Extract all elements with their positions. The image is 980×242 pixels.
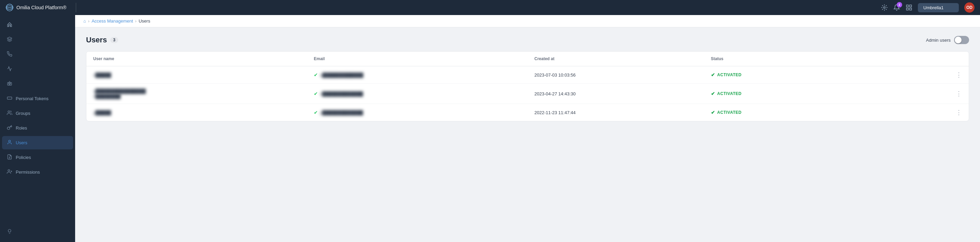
sidebar-item-label-users: Users xyxy=(16,140,27,145)
status-badge-1: ✔ ACTIVATED xyxy=(711,72,742,78)
admin-users-toggle[interactable] xyxy=(954,36,969,44)
cell-action-2: ⋮ xyxy=(881,84,969,104)
svg-rect-8 xyxy=(8,25,12,27)
phone-icon xyxy=(6,51,13,58)
sidebar-item-home[interactable] xyxy=(2,18,73,32)
email-blurred-2: v█████████████ xyxy=(320,91,363,96)
email-blurred-3: y█████████████ xyxy=(320,110,363,115)
users-table-container: User name Email Created at Status c█████ xyxy=(86,51,969,121)
policies-icon xyxy=(6,154,13,161)
row-menu-btn-3[interactable]: ⋮ xyxy=(888,109,962,116)
breadcrumb-access-management[interactable]: Access Management xyxy=(92,18,133,24)
table-row: c█████ ✔ q█████████████ 2023-07-03 10:03… xyxy=(86,66,969,84)
username-blurred-2b: c████████ xyxy=(93,94,300,99)
breadcrumb-current: Users xyxy=(138,18,150,24)
verified-icon-3: ✔ xyxy=(314,110,318,115)
page-content: Users 3 Admin users User name Email Crea… xyxy=(75,27,980,242)
cell-email-3: ✔ y█████████████ xyxy=(307,104,528,121)
svg-point-11 xyxy=(10,83,11,84)
sidebar-item-label-roles: Roles xyxy=(16,125,27,131)
notifications-icon-btn[interactable]: 2 xyxy=(893,4,900,11)
home-icon xyxy=(6,22,13,28)
svg-rect-12 xyxy=(7,97,12,99)
users-table: User name Email Created at Status c█████ xyxy=(86,51,969,121)
sidebar-item-groups[interactable]: Groups xyxy=(2,107,73,120)
status-activated-icon-1: ✔ xyxy=(711,72,715,78)
breadcrumb-sep-1: › xyxy=(88,18,89,24)
topnav-actions: 2 Umbrella1 OD xyxy=(881,2,975,13)
svg-point-13 xyxy=(8,111,10,112)
cell-status-3: ✔ ACTIVATED xyxy=(704,104,881,121)
user-avatar[interactable]: OD xyxy=(964,2,975,13)
token-icon xyxy=(6,95,13,102)
verified-icon-2: ✔ xyxy=(314,91,318,96)
sidebar-item-permissions[interactable]: Permissions xyxy=(2,165,73,179)
sidebar-item-label-groups: Groups xyxy=(16,111,30,116)
sidebar-item-personal-tokens[interactable]: Personal Tokens xyxy=(2,92,73,105)
col-header-status: Status xyxy=(704,51,881,66)
cell-action-1: ⋮ xyxy=(881,66,969,84)
stack-icon xyxy=(6,37,13,43)
sidebar-item-users[interactable]: Users xyxy=(2,136,73,149)
sidebar-item-label-permissions: Permissions xyxy=(16,170,40,175)
admin-users-label: Admin users xyxy=(926,38,951,43)
sidebar: Personal Tokens Groups Roles xyxy=(0,15,75,242)
status-badge-3: ✔ ACTIVATED xyxy=(711,110,742,115)
cell-created-2: 2023-04-27 14:43:30 xyxy=(528,84,704,104)
topnav: Omilia Cloud Platform® 2 Umbrella1 xyxy=(0,0,980,15)
svg-rect-7 xyxy=(910,8,912,10)
cell-created-3: 2022-11-23 11:47:44 xyxy=(528,104,704,121)
table-row: y█████ ✔ y█████████████ 2022-11-23 11:47… xyxy=(86,104,969,121)
sidebar-item-roles[interactable]: Roles xyxy=(2,121,73,135)
page-count-badge: 3 xyxy=(110,37,118,43)
page-title: Users xyxy=(86,35,107,45)
breadcrumb: ⌂ › Access Management › Users xyxy=(75,15,980,27)
status-activated-icon-3: ✔ xyxy=(711,110,715,115)
col-header-username: User name xyxy=(86,51,307,66)
username-blurred-1: c█████ xyxy=(93,72,111,78)
sidebar-item-policies[interactable]: Policies xyxy=(2,151,73,164)
notification-badge: 2 xyxy=(897,2,902,8)
breadcrumb-sep-2: › xyxy=(135,18,137,24)
settings-icon-btn[interactable] xyxy=(881,4,888,11)
svg-point-17 xyxy=(8,170,10,171)
cell-email-1: ✔ q█████████████ xyxy=(307,66,528,84)
analytics-icon xyxy=(6,66,13,72)
col-header-action xyxy=(881,51,969,66)
cell-action-3: ⋮ xyxy=(881,104,969,121)
workspace-selector[interactable]: Umbrella1 xyxy=(918,3,959,12)
sidebar-item-phone[interactable] xyxy=(2,48,73,61)
cell-created-1: 2023-07-03 10:03:56 xyxy=(528,66,704,84)
groups-icon xyxy=(6,110,13,117)
username-blurred-3: y█████ xyxy=(93,110,111,115)
sidebar-item-bot[interactable] xyxy=(2,77,73,91)
brand-logo xyxy=(5,3,14,11)
status-badge-2: ✔ ACTIVATED xyxy=(711,91,742,96)
dashboard-icon-btn[interactable] xyxy=(905,4,912,11)
sidebar-item-bulb[interactable] xyxy=(2,225,73,239)
cell-username-3: y█████ xyxy=(86,104,307,121)
cell-email-2: ✔ v█████████████ xyxy=(307,84,528,104)
cell-username-2: s████████████████ c████████ xyxy=(86,84,307,104)
permissions-icon xyxy=(6,169,13,175)
sidebar-item-stack[interactable] xyxy=(2,33,73,46)
row-menu-btn-2[interactable]: ⋮ xyxy=(888,90,962,98)
email-blurred-1: q█████████████ xyxy=(320,72,363,78)
sidebar-item-analytics[interactable] xyxy=(2,63,73,76)
col-header-email: Email xyxy=(307,51,528,66)
svg-point-10 xyxy=(8,83,9,84)
row-menu-btn-1[interactable]: ⋮ xyxy=(888,71,962,79)
breadcrumb-home[interactable]: ⌂ xyxy=(83,18,86,24)
col-header-created: Created at xyxy=(528,51,704,66)
svg-rect-5 xyxy=(910,5,912,7)
bot-icon xyxy=(6,81,13,87)
username-blurred-2: s████████████████ xyxy=(93,88,300,94)
main-layout: Personal Tokens Groups Roles xyxy=(0,15,980,242)
users-icon xyxy=(6,139,13,146)
svg-point-14 xyxy=(8,140,10,142)
roles-icon xyxy=(6,125,13,131)
sidebar-item-label-policies: Policies xyxy=(16,155,31,160)
table-row: s████████████████ c████████ ✔ v█████████… xyxy=(86,84,969,104)
cell-status-2: ✔ ACTIVATED xyxy=(704,84,881,104)
cell-username-1: c█████ xyxy=(86,66,307,84)
